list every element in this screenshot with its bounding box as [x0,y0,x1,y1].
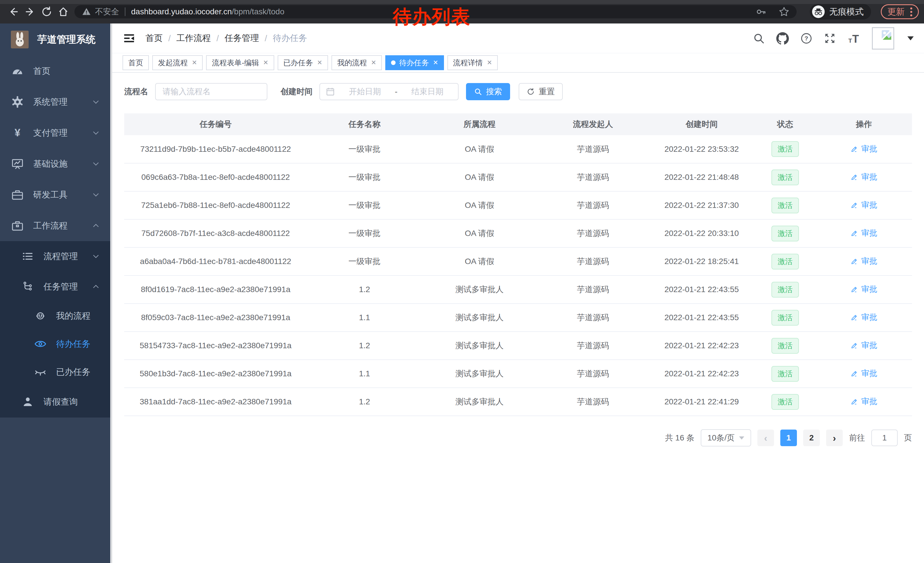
incognito-label: 无痕模式 [829,6,864,18]
approve-link[interactable]: 审批 [850,144,878,155]
goto-label: 前往 [849,432,865,443]
cell-process: OA 请假 [422,163,537,191]
reset-button[interactable]: 重置 [519,83,563,100]
chevron-down-icon [739,437,744,440]
back-icon[interactable] [5,5,22,18]
close-icon[interactable] [263,59,268,66]
reload-icon[interactable] [38,5,55,18]
security-warning-icon[interactable] [82,7,91,17]
chevron-up-icon [92,283,100,291]
cell-status: 激活 [754,388,816,416]
sidebar-item-my-process[interactable]: 我的流程 [0,302,110,330]
sidebar-item-home[interactable]: 首页 [0,56,110,87]
avatar[interactable] [872,27,894,50]
tab-start-process[interactable]: 发起流程 [152,55,202,70]
next-page-button[interactable] [826,429,843,446]
start-date-placeholder: 开始日期 [340,86,390,97]
github-icon[interactable] [776,32,789,45]
breadcrumb-workflow[interactable]: 工作流程 [176,32,211,44]
search-icon[interactable] [753,32,765,44]
search-button[interactable]: 搜索 [466,83,510,100]
sidebar-item-infrastructure[interactable]: 基础设施 [0,148,110,179]
tab-process-detail[interactable]: 流程详情 [447,55,498,70]
edit-pen-icon [850,341,858,349]
page-size-select[interactable]: 10条/页 [701,429,751,446]
address-bar[interactable]: 不安全 dashboard.yudao.iocoder.cn/bpm/task/… [74,5,796,18]
close-icon[interactable] [371,59,376,66]
browser-chrome: 不安全 dashboard.yudao.iocoder.cn/bpm/task/… [0,4,924,24]
edit-pen-icon [850,313,858,321]
svg-text:?: ? [805,35,808,42]
approve-link[interactable]: 审批 [850,368,878,379]
tab-my-process[interactable]: 我的流程 [332,55,382,70]
sidebar-item-system[interactable]: 系统管理 [0,87,110,117]
close-icon[interactable] [317,59,322,66]
cell-process: OA 请假 [422,248,537,275]
monitor-icon [10,158,25,170]
fullscreen-icon[interactable] [824,32,836,44]
sidebar-item-devtools[interactable]: 研发工具 [0,179,110,210]
gear-icon [10,96,25,108]
create-time-label: 创建时间 [280,86,313,97]
approve-link[interactable]: 审批 [850,396,878,407]
tab-todo-tasks[interactable]: 待办任务 [385,55,444,70]
cell-task-id: 8f059c03-7ac8-11ec-a9e2-a2380e71991a [124,303,307,332]
bookmark-star-icon[interactable] [779,7,789,17]
help-icon[interactable]: ? [800,32,812,44]
approve-link[interactable]: 审批 [850,340,878,351]
process-name-input[interactable] [155,83,267,100]
font-size-icon[interactable]: TT [847,32,861,45]
prev-page-button[interactable] [758,429,774,446]
tab-home[interactable]: 首页 [123,55,149,70]
eye-icon [33,338,48,350]
breadcrumb-home[interactable]: 首页 [146,32,163,44]
breadcrumb-current: 待办任务 [273,32,307,44]
sidebar-item-payment[interactable]: ¥ 支付管理 [0,117,110,148]
sidebar-item-todo-tasks[interactable]: 待办任务 [0,330,110,358]
approve-link[interactable]: 审批 [850,284,878,295]
calendar-icon [326,87,335,96]
sidebar-item-label: 支付管理 [33,127,68,139]
cell-task-name: 一级审批 [307,135,422,163]
browser-menu-icon[interactable] [910,8,912,17]
cell-process: OA 请假 [422,135,537,163]
sidebar-collapse-icon[interactable] [123,32,136,45]
cell-task-name: 1.1 [307,360,422,388]
close-icon[interactable] [192,59,197,66]
sidebar-item-task-mgmt[interactable]: 任务管理 [0,272,110,302]
tab-done-tasks[interactable]: 已办任务 [278,55,328,70]
breadcrumb-task-mgmt[interactable]: 任务管理 [225,32,259,44]
cell-initiator: 芋道源码 [537,388,649,416]
approve-link[interactable]: 审批 [850,312,878,323]
password-key-icon[interactable] [756,7,766,17]
update-button[interactable]: 更新 [881,4,919,19]
approve-link[interactable]: 审批 [850,171,878,182]
sidebar-item-workflow[interactable]: 工作流程 [0,210,110,241]
page-button-2[interactable]: 2 [803,429,820,446]
sidebar-item-done-tasks[interactable]: 已办任务 [0,358,110,386]
close-icon[interactable] [487,59,492,66]
sidebar-item-process-mgmt[interactable]: 流程管理 [0,241,110,272]
edit-pen-icon [850,173,858,181]
approve-link[interactable]: 审批 [850,200,878,210]
approve-link[interactable]: 审批 [850,228,878,239]
cell-task-name: 一级审批 [307,219,422,248]
goto-page-input[interactable] [872,429,898,446]
page-button-1[interactable]: 1 [780,429,797,446]
avatar-dropdown-icon[interactable] [908,36,914,41]
cell-initiator: 芋道源码 [537,135,649,163]
close-icon[interactable] [433,59,438,66]
cell-created: 2022-01-22 18:25:41 [649,248,754,275]
forward-icon[interactable] [22,5,38,18]
face-icon [33,310,48,321]
col-created: 创建时间 [649,113,754,135]
tab-form-edit[interactable]: 流程表单-编辑 [206,55,274,70]
date-range-picker[interactable]: 开始日期 - 结束日期 [320,83,459,100]
approve-link[interactable]: 审批 [850,256,878,267]
edit-pen-icon [850,201,858,209]
sidebar-item-label: 我的流程 [56,310,90,322]
cell-process: 测试多审批人 [422,332,537,360]
sidebar-item-leave-query[interactable]: 请假查询 [0,386,110,417]
home-icon[interactable] [55,5,72,18]
breadcrumb-separator: / [216,33,219,43]
